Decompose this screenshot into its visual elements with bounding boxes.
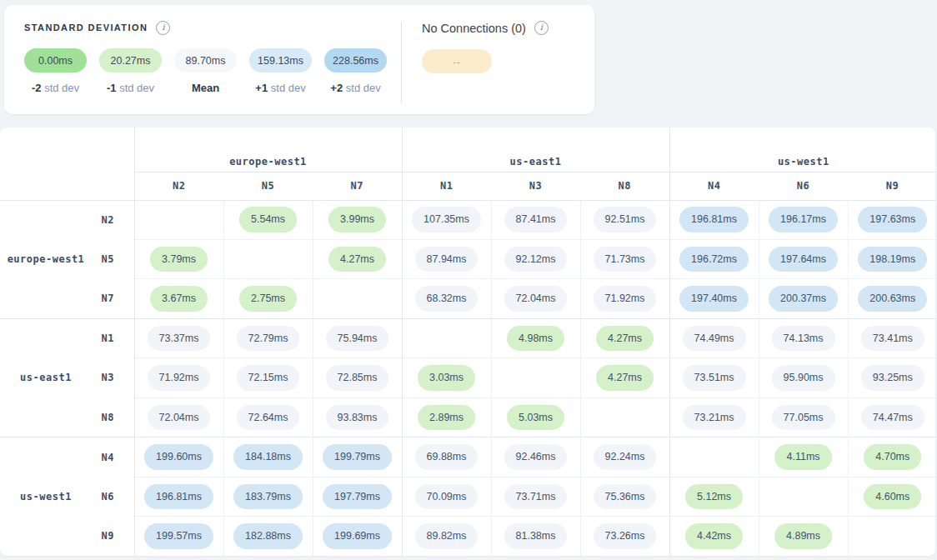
latency-pill[interactable]: 72.15ms — [237, 365, 300, 391]
legend-scale-item: 159.13ms +1 std dev — [249, 48, 312, 94]
latency-pill[interactable]: 71.73ms — [594, 247, 657, 272]
latency-pill[interactable]: 3.99ms — [328, 207, 386, 232]
no-connections-info-icon[interactable]: i — [534, 21, 549, 35]
legend-title: STANDARD DEVIATION — [24, 22, 148, 32]
latency-cell: 199.69ms — [313, 517, 402, 557]
latency-pill[interactable]: 3.67ms — [150, 286, 208, 312]
latency-pill[interactable]: 75.36ms — [594, 484, 657, 510]
latency-pill[interactable]: 77.05ms — [772, 405, 835, 431]
latency-pill[interactable]: 93.25ms — [861, 365, 924, 391]
latency-pill[interactable]: 196.17ms — [769, 207, 838, 232]
latency-cell: 196.81ms — [134, 477, 223, 516]
latency-pill[interactable]: 3.03ms — [418, 365, 475, 391]
latency-pill[interactable]: 4.27ms — [328, 247, 386, 272]
latency-pill[interactable]: 196.72ms — [679, 247, 749, 272]
latency-pill[interactable]: 200.63ms — [858, 286, 927, 312]
latency-cell: 4.27ms — [580, 358, 669, 398]
latency-pill[interactable]: 184.18ms — [233, 444, 303, 470]
latency-pill[interactable]: 196.81ms — [144, 484, 213, 510]
latency-cell: 184.18ms — [223, 438, 313, 477]
latency-pill[interactable]: 73.26ms — [594, 523, 657, 549]
latency-pill[interactable]: 68.32ms — [415, 286, 479, 312]
latency-cell: 69.88ms — [402, 438, 491, 477]
row-node-label: N6 — [92, 477, 134, 516]
latency-pill[interactable]: 196.81ms — [679, 207, 749, 232]
col-node-header: N6 — [759, 172, 848, 200]
latency-pill[interactable]: 87.41ms — [504, 207, 568, 232]
latency-cell: 74.49ms — [669, 318, 759, 358]
latency-cell: 72.15ms — [223, 358, 313, 398]
latency-pill[interactable]: 4.42ms — [685, 523, 743, 549]
latency-cell: 73.41ms — [848, 318, 935, 358]
latency-pill[interactable]: 71.92ms — [148, 365, 211, 391]
latency-matrix-page: STANDARD DEVIATION i 0.00ms -2 std dev 2… — [0, 0, 937, 560]
latency-pill[interactable]: 73.41ms — [861, 326, 924, 352]
latency-pill[interactable]: 87.94ms — [415, 247, 479, 272]
latency-pill[interactable]: 72.04ms — [148, 405, 211, 431]
latency-pill[interactable]: 4.11ms — [774, 444, 831, 470]
latency-pill[interactable]: 4.60ms — [864, 484, 921, 510]
latency-cell: 4.98ms — [491, 318, 580, 358]
latency-pill[interactable]: 73.21ms — [683, 405, 746, 431]
latency-pill[interactable]: 5.03ms — [507, 405, 564, 431]
latency-cell: 72.79ms — [223, 318, 313, 358]
latency-pill[interactable]: 69.88ms — [415, 444, 479, 470]
latency-pill[interactable]: 72.64ms — [237, 405, 300, 431]
latency-pill[interactable]: 73.37ms — [148, 326, 211, 352]
latency-pill[interactable]: 198.19ms — [858, 247, 927, 272]
latency-pill[interactable]: 74.49ms — [683, 326, 746, 352]
latency-pill[interactable]: 5.12ms — [685, 484, 743, 510]
latency-cell: 4.70ms — [848, 438, 935, 477]
latency-pill[interactable]: 4.70ms — [864, 444, 921, 470]
latency-pill[interactable]: 70.09ms — [415, 484, 479, 510]
latency-pill[interactable]: 199.60ms — [144, 444, 213, 470]
latency-pill[interactable]: 3.79ms — [150, 247, 208, 272]
latency-pill[interactable]: 75.94ms — [326, 326, 389, 352]
latency-pill[interactable]: 92.46ms — [504, 444, 568, 470]
latency-cell: 107.35ms — [402, 200, 491, 239]
latency-cell: 4.89ms — [759, 517, 848, 557]
latency-pill[interactable]: 92.24ms — [594, 444, 657, 470]
latency-pill[interactable]: 197.40ms — [679, 286, 749, 312]
latency-pill[interactable]: 183.79ms — [233, 484, 303, 510]
latency-pill[interactable]: 199.79ms — [323, 444, 392, 470]
latency-pill[interactable]: 74.47ms — [861, 405, 924, 431]
latency-pill[interactable]: 71.92ms — [594, 286, 657, 312]
latency-pill[interactable]: 81.38ms — [504, 523, 568, 549]
latency-cell: 70.09ms — [402, 477, 491, 516]
latency-pill[interactable]: 92.51ms — [594, 207, 657, 232]
latency-pill[interactable]: 4.89ms — [774, 523, 832, 549]
latency-pill[interactable]: 73.51ms — [683, 365, 746, 391]
latency-pill[interactable]: 93.83ms — [326, 405, 389, 431]
latency-pill[interactable]: 4.27ms — [596, 326, 654, 352]
legend-scale-item: 228.56ms +2 std dev — [324, 48, 387, 94]
latency-matrix-table: europe-west1 us-east1 us-west1 N2 N5 N7 … — [0, 128, 935, 556]
latency-pill[interactable]: 72.79ms — [237, 326, 300, 352]
latency-pill[interactable]: 197.79ms — [323, 484, 392, 510]
latency-cell — [313, 279, 402, 318]
latency-pill[interactable]: 197.63ms — [858, 207, 927, 232]
latency-pill[interactable]: 92.12ms — [504, 247, 568, 272]
latency-pill[interactable]: 72.85ms — [326, 365, 389, 391]
latency-pill[interactable]: 197.64ms — [769, 247, 838, 272]
latency-pill[interactable]: 2.75ms — [239, 286, 297, 312]
latency-pill[interactable]: 4.27ms — [596, 365, 654, 391]
latency-pill[interactable]: 182.88ms — [233, 523, 303, 549]
latency-pill[interactable]: 5.54ms — [239, 207, 297, 232]
matrix-corner — [0, 128, 134, 200]
latency-pill[interactable]: 200.37ms — [769, 286, 838, 312]
latency-pill[interactable]: 74.13ms — [772, 326, 835, 352]
legend-scale-pill: 228.56ms — [324, 48, 387, 72]
std-dev-info-icon[interactable]: i — [156, 21, 170, 35]
latency-pill[interactable]: 199.57ms — [144, 523, 213, 549]
latency-pill[interactable]: 73.71ms — [504, 484, 568, 510]
latency-pill[interactable]: 95.90ms — [772, 365, 835, 391]
latency-pill[interactable]: 2.89ms — [418, 405, 475, 431]
latency-pill[interactable]: 72.04ms — [504, 286, 568, 312]
latency-pill[interactable]: 107.35ms — [412, 207, 481, 232]
latency-pill[interactable]: 89.82ms — [415, 523, 479, 549]
latency-pill[interactable]: 199.69ms — [323, 523, 392, 549]
latency-pill[interactable]: 4.98ms — [507, 326, 564, 352]
col-node-header: N1 — [402, 172, 491, 200]
legend-scale-label: +2 std dev — [324, 82, 387, 94]
